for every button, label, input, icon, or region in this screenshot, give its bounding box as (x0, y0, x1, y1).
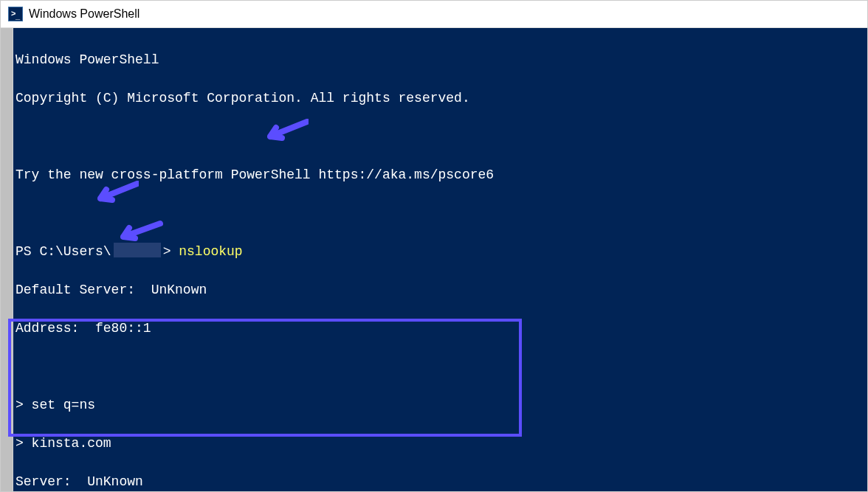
prompt-chevron: > (163, 244, 179, 259)
output-line: Address: fe80::1 (16, 319, 863, 338)
powershell-window: Windows PowerShell Windows PowerShell Co… (0, 0, 868, 492)
redacted-username (114, 243, 161, 257)
prompt-path: PS C:\Users\ (16, 244, 111, 259)
scrollbar-thumb[interactable] (1, 28, 13, 491)
output-line: Default Server: UnKnown (16, 280, 863, 299)
command-domain: kinsta.com (32, 436, 111, 451)
command-nslookup: nslookup (179, 244, 242, 259)
command-setq: set q=ns (32, 398, 95, 412)
prompt-line: PS C:\Users\> nslookup (16, 242, 863, 261)
output-line: Copyright (C) Microsoft Corporation. All… (16, 89, 863, 108)
output-line: Try the new cross-platform PowerShell ht… (16, 165, 863, 184)
output-line: Server: UnKnown (16, 472, 863, 491)
nslookup-prompt: > (16, 398, 32, 412)
prompt-line: > kinsta.com (16, 434, 863, 453)
terminal-output: Windows PowerShell Copyright (C) Microso… (16, 31, 863, 491)
prompt-line: > set q=ns (16, 395, 863, 415)
titlebar[interactable]: Windows PowerShell (1, 1, 867, 28)
window-title: Windows PowerShell (29, 7, 140, 21)
powershell-icon (8, 7, 23, 21)
scrollbar[interactable] (1, 28, 13, 491)
output-line (16, 357, 863, 376)
output-line (16, 127, 863, 146)
output-line (16, 204, 863, 223)
nslookup-prompt: > (16, 436, 32, 451)
terminal-area[interactable]: Windows PowerShell Copyright (C) Microso… (1, 28, 867, 491)
output-line: Windows PowerShell (16, 50, 863, 69)
